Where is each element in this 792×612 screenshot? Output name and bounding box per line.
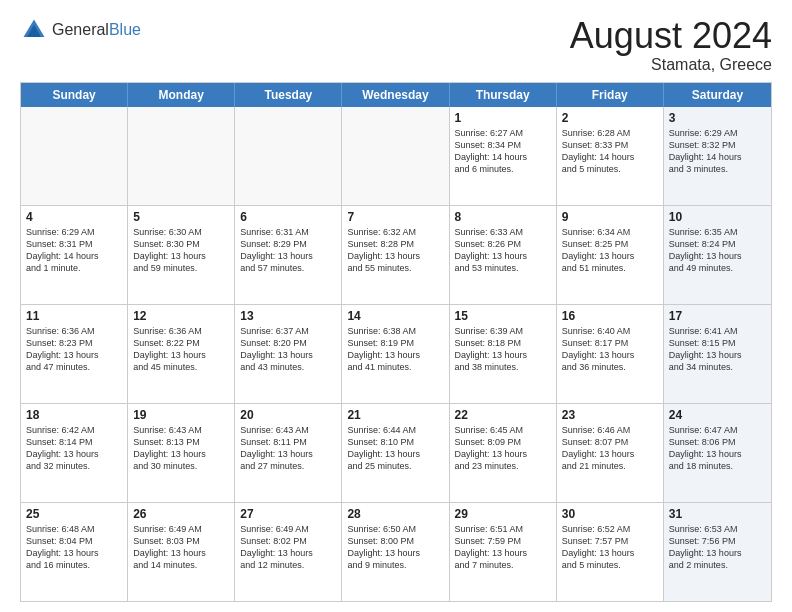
cell-info: Sunrise: 6:34 AM Sunset: 8:25 PM Dayligh…: [562, 226, 658, 275]
day-number: 13: [240, 309, 336, 323]
cal-cell: 5Sunrise: 6:30 AM Sunset: 8:30 PM Daylig…: [128, 206, 235, 304]
day-number: 19: [133, 408, 229, 422]
cell-info: Sunrise: 6:53 AM Sunset: 7:56 PM Dayligh…: [669, 523, 766, 572]
cal-cell: 25Sunrise: 6:48 AM Sunset: 8:04 PM Dayli…: [21, 503, 128, 601]
day-number: 23: [562, 408, 658, 422]
cell-info: Sunrise: 6:28 AM Sunset: 8:33 PM Dayligh…: [562, 127, 658, 176]
cell-info: Sunrise: 6:32 AM Sunset: 8:28 PM Dayligh…: [347, 226, 443, 275]
day-number: 5: [133, 210, 229, 224]
day-number: 10: [669, 210, 766, 224]
cal-cell: 18Sunrise: 6:42 AM Sunset: 8:14 PM Dayli…: [21, 404, 128, 502]
cal-cell: 30Sunrise: 6:52 AM Sunset: 7:57 PM Dayli…: [557, 503, 664, 601]
day-number: 3: [669, 111, 766, 125]
cell-info: Sunrise: 6:43 AM Sunset: 8:11 PM Dayligh…: [240, 424, 336, 473]
cal-cell: 31Sunrise: 6:53 AM Sunset: 7:56 PM Dayli…: [664, 503, 771, 601]
cell-info: Sunrise: 6:41 AM Sunset: 8:15 PM Dayligh…: [669, 325, 766, 374]
cal-cell: 20Sunrise: 6:43 AM Sunset: 8:11 PM Dayli…: [235, 404, 342, 502]
cal-cell: 15Sunrise: 6:39 AM Sunset: 8:18 PM Dayli…: [450, 305, 557, 403]
day-number: 4: [26, 210, 122, 224]
logo-icon: [20, 16, 48, 44]
week-row-2: 11Sunrise: 6:36 AM Sunset: 8:23 PM Dayli…: [21, 304, 771, 403]
cell-info: Sunrise: 6:39 AM Sunset: 8:18 PM Dayligh…: [455, 325, 551, 374]
cell-info: Sunrise: 6:43 AM Sunset: 8:13 PM Dayligh…: [133, 424, 229, 473]
logo-text: GeneralBlue: [52, 21, 141, 39]
day-header-thursday: Thursday: [450, 83, 557, 107]
cal-cell: 19Sunrise: 6:43 AM Sunset: 8:13 PM Dayli…: [128, 404, 235, 502]
calendar-body: 1Sunrise: 6:27 AM Sunset: 8:34 PM Daylig…: [21, 107, 771, 601]
calendar-header: SundayMondayTuesdayWednesdayThursdayFrid…: [21, 83, 771, 107]
day-number: 31: [669, 507, 766, 521]
day-number: 27: [240, 507, 336, 521]
day-number: 22: [455, 408, 551, 422]
cal-cell: 2Sunrise: 6:28 AM Sunset: 8:33 PM Daylig…: [557, 107, 664, 205]
cal-cell: 9Sunrise: 6:34 AM Sunset: 8:25 PM Daylig…: [557, 206, 664, 304]
week-row-1: 4Sunrise: 6:29 AM Sunset: 8:31 PM Daylig…: [21, 205, 771, 304]
day-number: 1: [455, 111, 551, 125]
month-year: August 2024: [570, 16, 772, 56]
day-header-tuesday: Tuesday: [235, 83, 342, 107]
day-number: 30: [562, 507, 658, 521]
day-number: 2: [562, 111, 658, 125]
logo-blue: Blue: [109, 21, 141, 38]
cal-cell: [342, 107, 449, 205]
cal-cell: 23Sunrise: 6:46 AM Sunset: 8:07 PM Dayli…: [557, 404, 664, 502]
cal-cell: 10Sunrise: 6:35 AM Sunset: 8:24 PM Dayli…: [664, 206, 771, 304]
cell-info: Sunrise: 6:46 AM Sunset: 8:07 PM Dayligh…: [562, 424, 658, 473]
day-number: 20: [240, 408, 336, 422]
week-row-0: 1Sunrise: 6:27 AM Sunset: 8:34 PM Daylig…: [21, 107, 771, 205]
day-number: 28: [347, 507, 443, 521]
cal-cell: 1Sunrise: 6:27 AM Sunset: 8:34 PM Daylig…: [450, 107, 557, 205]
cell-info: Sunrise: 6:36 AM Sunset: 8:22 PM Dayligh…: [133, 325, 229, 374]
calendar: SundayMondayTuesdayWednesdayThursdayFrid…: [20, 82, 772, 602]
cell-info: Sunrise: 6:42 AM Sunset: 8:14 PM Dayligh…: [26, 424, 122, 473]
page: GeneralBlue August 2024 Stamata, Greece …: [0, 0, 792, 612]
day-header-friday: Friday: [557, 83, 664, 107]
cell-info: Sunrise: 6:29 AM Sunset: 8:31 PM Dayligh…: [26, 226, 122, 275]
cal-cell: 27Sunrise: 6:49 AM Sunset: 8:02 PM Dayli…: [235, 503, 342, 601]
cal-cell: 4Sunrise: 6:29 AM Sunset: 8:31 PM Daylig…: [21, 206, 128, 304]
day-number: 9: [562, 210, 658, 224]
day-number: 15: [455, 309, 551, 323]
day-number: 7: [347, 210, 443, 224]
cal-cell: 3Sunrise: 6:29 AM Sunset: 8:32 PM Daylig…: [664, 107, 771, 205]
cal-cell: 14Sunrise: 6:38 AM Sunset: 8:19 PM Dayli…: [342, 305, 449, 403]
cell-info: Sunrise: 6:37 AM Sunset: 8:20 PM Dayligh…: [240, 325, 336, 374]
cal-cell: [235, 107, 342, 205]
cal-cell: 17Sunrise: 6:41 AM Sunset: 8:15 PM Dayli…: [664, 305, 771, 403]
cell-info: Sunrise: 6:30 AM Sunset: 8:30 PM Dayligh…: [133, 226, 229, 275]
cell-info: Sunrise: 6:38 AM Sunset: 8:19 PM Dayligh…: [347, 325, 443, 374]
cal-cell: [128, 107, 235, 205]
day-header-saturday: Saturday: [664, 83, 771, 107]
cal-cell: 11Sunrise: 6:36 AM Sunset: 8:23 PM Dayli…: [21, 305, 128, 403]
cell-info: Sunrise: 6:35 AM Sunset: 8:24 PM Dayligh…: [669, 226, 766, 275]
header: GeneralBlue August 2024 Stamata, Greece: [20, 16, 772, 74]
cal-cell: 29Sunrise: 6:51 AM Sunset: 7:59 PM Dayli…: [450, 503, 557, 601]
cal-cell: 24Sunrise: 6:47 AM Sunset: 8:06 PM Dayli…: [664, 404, 771, 502]
cell-info: Sunrise: 6:45 AM Sunset: 8:09 PM Dayligh…: [455, 424, 551, 473]
cell-info: Sunrise: 6:27 AM Sunset: 8:34 PM Dayligh…: [455, 127, 551, 176]
day-number: 26: [133, 507, 229, 521]
day-header-sunday: Sunday: [21, 83, 128, 107]
day-number: 16: [562, 309, 658, 323]
cell-info: Sunrise: 6:51 AM Sunset: 7:59 PM Dayligh…: [455, 523, 551, 572]
day-number: 24: [669, 408, 766, 422]
cal-cell: 7Sunrise: 6:32 AM Sunset: 8:28 PM Daylig…: [342, 206, 449, 304]
cell-info: Sunrise: 6:36 AM Sunset: 8:23 PM Dayligh…: [26, 325, 122, 374]
cell-info: Sunrise: 6:33 AM Sunset: 8:26 PM Dayligh…: [455, 226, 551, 275]
cal-cell: 8Sunrise: 6:33 AM Sunset: 8:26 PM Daylig…: [450, 206, 557, 304]
cell-info: Sunrise: 6:52 AM Sunset: 7:57 PM Dayligh…: [562, 523, 658, 572]
location: Stamata, Greece: [570, 56, 772, 74]
logo-general: General: [52, 21, 109, 38]
cal-cell: 16Sunrise: 6:40 AM Sunset: 8:17 PM Dayli…: [557, 305, 664, 403]
cal-cell: 28Sunrise: 6:50 AM Sunset: 8:00 PM Dayli…: [342, 503, 449, 601]
cal-cell: 13Sunrise: 6:37 AM Sunset: 8:20 PM Dayli…: [235, 305, 342, 403]
title-block: August 2024 Stamata, Greece: [570, 16, 772, 74]
week-row-3: 18Sunrise: 6:42 AM Sunset: 8:14 PM Dayli…: [21, 403, 771, 502]
day-header-monday: Monday: [128, 83, 235, 107]
day-number: 25: [26, 507, 122, 521]
day-number: 12: [133, 309, 229, 323]
day-number: 21: [347, 408, 443, 422]
day-number: 14: [347, 309, 443, 323]
cell-info: Sunrise: 6:48 AM Sunset: 8:04 PM Dayligh…: [26, 523, 122, 572]
logo: GeneralBlue: [20, 16, 141, 44]
